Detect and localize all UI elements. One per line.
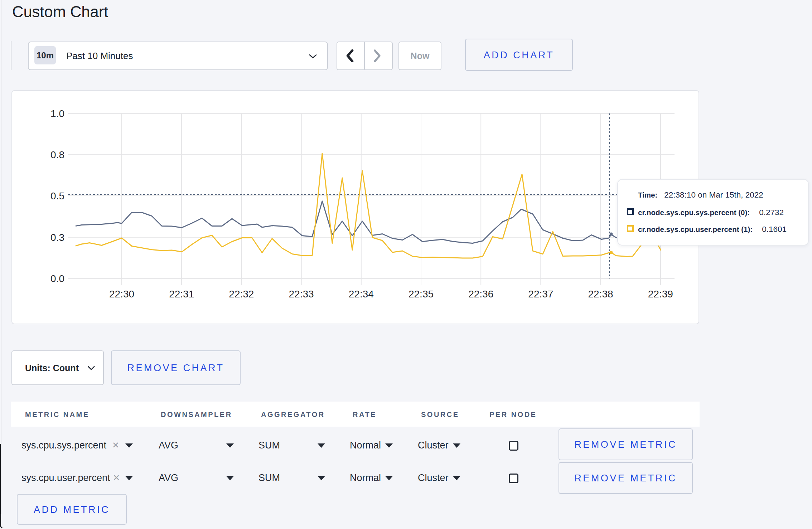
svg-text:22:36: 22:36 <box>468 288 493 300</box>
svg-text:0.8: 0.8 <box>50 149 64 160</box>
svg-text:22:33: 22:33 <box>289 288 314 300</box>
svg-text:22:34: 22:34 <box>349 288 374 300</box>
svg-text:0.3: 0.3 <box>50 232 64 243</box>
svg-text:22:30: 22:30 <box>109 288 134 300</box>
svg-text:22:31: 22:31 <box>169 288 194 300</box>
svg-text:0.5: 0.5 <box>50 190 64 202</box>
svg-text:22:39: 22:39 <box>648 288 673 300</box>
svg-text:0.0: 0.0 <box>50 273 64 284</box>
svg-text:22:32: 22:32 <box>229 288 254 300</box>
svg-text:1.0: 1.0 <box>50 108 64 119</box>
svg-text:22:37: 22:37 <box>528 288 553 300</box>
svg-text:22:38: 22:38 <box>588 288 613 300</box>
svg-text:22:35: 22:35 <box>409 288 434 300</box>
